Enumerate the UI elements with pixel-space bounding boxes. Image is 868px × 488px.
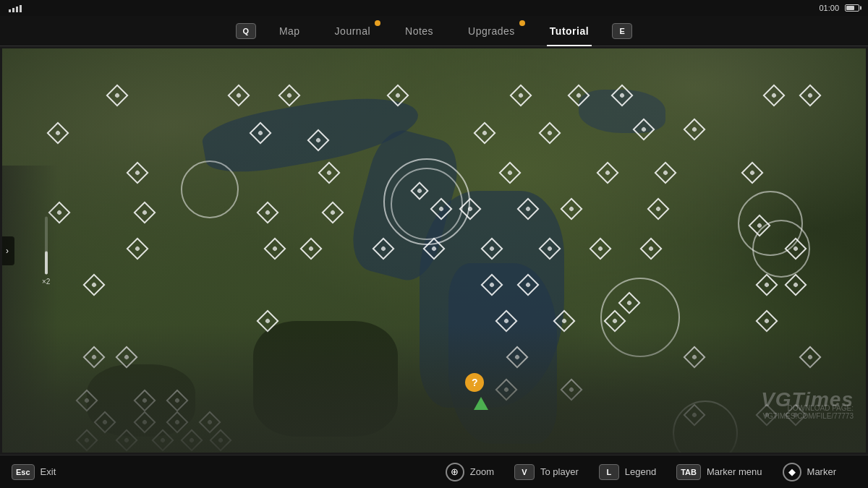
nav-bar: Q Map Journal Notes Upgrades Tutorial E: [0, 16, 868, 46]
device-bar: 01:00: [0, 0, 868, 16]
zoom-label-bar: Zoom: [470, 466, 494, 477]
device-status-right: 01:00: [819, 4, 859, 12]
marker-menu-label: Marker menu: [707, 466, 762, 477]
watermark-download: DOWNLOAD PAGE:: [762, 404, 854, 412]
tab-key-badge: TAB: [676, 464, 701, 480]
legend-label: Legend: [625, 466, 656, 477]
tab-notes[interactable]: Notes: [388, 16, 451, 46]
to-player-label: To player: [540, 466, 579, 477]
journal-dot: [375, 20, 380, 26]
upgrades-dot: [519, 20, 525, 26]
map-side-arrow[interactable]: ›: [0, 236, 14, 265]
bottom-bar: Esc Exit ⊕ Zoom V To player L Legend TAB…: [0, 455, 868, 488]
device-status-left: [9, 4, 22, 12]
v-key-badge: V: [514, 464, 535, 480]
tab-tutorial[interactable]: Tutorial: [532, 16, 606, 46]
marker-menu-action[interactable]: TAB Marker menu: [676, 464, 762, 480]
exit-label: Exit: [41, 466, 56, 477]
map-area-circle-1: [181, 160, 239, 218]
signal-bars: [9, 4, 22, 12]
zoom-label: ×2: [42, 277, 50, 285]
to-player-action[interactable]: V To player: [514, 464, 579, 480]
zoom-indicator: ×2: [42, 216, 50, 285]
nav-key-q[interactable]: Q: [236, 23, 256, 39]
water-river-4: [448, 263, 557, 444]
zoom-icon: ⊕: [446, 463, 464, 481]
tab-journal[interactable]: Journal: [318, 16, 388, 46]
marker-icon: ◆: [783, 463, 801, 481]
zoom-bar-fill: [45, 251, 48, 274]
zoom-action[interactable]: ⊕ Zoom: [446, 463, 494, 481]
quest-marker-icon: ?: [472, 377, 478, 388]
esc-key-badge: Esc: [12, 464, 35, 480]
map-container: ? ×2 › VGTimes DOWNLOAD PAGE: VGTIMES.CO…: [0, 46, 868, 455]
nav-key-e[interactable]: E: [612, 23, 632, 39]
exit-action[interactable]: Esc Exit: [12, 464, 56, 480]
battery-icon: [845, 4, 859, 12]
watermark-sub: DOWNLOAD PAGE: VGTIMES.COM/FILE/77773: [762, 404, 854, 420]
time-display: 01:00: [819, 4, 839, 12]
watermark-url: VGTIMES.COM/FILE/77773: [762, 412, 854, 420]
signal-bar-2: [12, 8, 14, 12]
signal-bar-3: [16, 7, 18, 12]
player-marker: [474, 397, 488, 410]
signal-bar-4: [20, 5, 22, 12]
legend-action[interactable]: L Legend: [599, 464, 656, 480]
marker-action[interactable]: ◆ Marker: [783, 463, 836, 481]
signal-bar-1: [9, 9, 11, 12]
arrow-icon: ›: [6, 246, 9, 256]
battery-fill: [846, 6, 854, 10]
tab-upgrades[interactable]: Upgrades: [451, 16, 532, 46]
marker-label: Marker: [807, 466, 836, 477]
zoom-bar: [45, 216, 48, 274]
l-key-badge: L: [599, 464, 619, 480]
map-area-circle-big: [383, 158, 470, 245]
tab-map[interactable]: Map: [262, 16, 318, 46]
